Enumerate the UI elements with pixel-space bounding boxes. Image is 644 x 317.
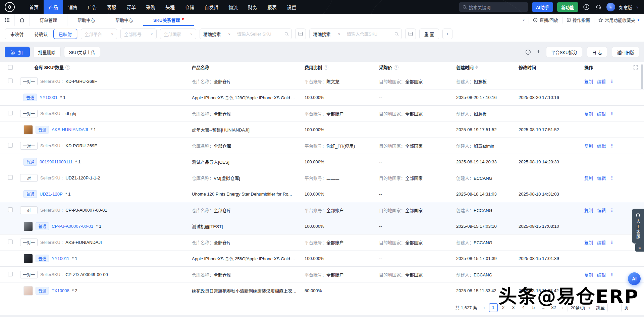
global-search-input[interactable]: 搜索关键词 <box>459 2 528 12</box>
tab-help-center-1[interactable]: 帮助中心 <box>67 14 105 26</box>
user-menu-chevron-icon[interactable]: ∨ <box>636 5 639 9</box>
menu-logistics[interactable]: 物流 <box>223 0 243 14</box>
tab-order-management[interactable]: 订单管理 <box>30 14 67 26</box>
seller-sku-batch-input-button[interactable] <box>295 29 306 39</box>
sku-relation-upload-button[interactable]: SKU关系上传 <box>64 47 101 57</box>
select-all-checkbox[interactable] <box>8 65 13 70</box>
product-thumb[interactable] <box>23 254 33 263</box>
menu-sales[interactable]: 销售 <box>63 0 83 14</box>
product-thumb[interactable] <box>23 222 33 231</box>
collapse-panel-button[interactable]: » <box>635 244 644 252</box>
add-filter-button[interactable]: + <box>442 29 452 39</box>
row-checkbox[interactable] <box>8 78 13 83</box>
warehouse-sku-link[interactable]: 00199011000111 <box>40 159 72 164</box>
warehouse-sku-link[interactable]: TX10008 <box>52 288 69 293</box>
table-row-parent[interactable]: 一对一 SellerSKU : KD-PGRU-269F 仓库名称：全部仓库 平… <box>0 73 644 89</box>
country-select[interactable]: 全部国家∨ <box>160 29 196 39</box>
warehouse-sku-link[interactable]: UDZ1-120P <box>40 192 63 197</box>
menu-finance[interactable]: 财务 <box>243 0 262 14</box>
row-checkbox[interactable] <box>8 175 13 180</box>
page-button-4[interactable]: 4 <box>519 303 528 312</box>
edit-link[interactable]: 编辑 <box>597 110 606 117</box>
page-button-3[interactable]: 3 <box>509 303 518 312</box>
menu-selfship[interactable]: 自发货 <box>199 0 223 14</box>
warehouse-sku-link[interactable]: YY10011 <box>52 256 69 261</box>
copy-link[interactable]: 复制 <box>584 110 593 117</box>
copy-link[interactable]: 复制 <box>584 78 593 85</box>
warehouse-sku-link[interactable]: AKS-HUNIANDAJI <box>52 127 88 132</box>
warehouse-sku-search-mode-select[interactable]: 精确搜索∨ <box>310 29 344 39</box>
platform-select[interactable]: 全部平台∨ <box>81 29 117 39</box>
export-download-icon[interactable] <box>536 49 541 55</box>
edit-link[interactable]: 编辑 <box>597 207 606 213</box>
row-checkbox[interactable] <box>8 272 13 276</box>
sort-icon[interactable] <box>475 65 478 69</box>
table-row-child[interactable]: 普通 YY10001 * 1 Apple iPhoneXS 金色 128G[Ap… <box>0 89 644 105</box>
batch-delete-button[interactable]: 批量删除 <box>33 47 61 57</box>
user-avatar[interactable]: E <box>606 3 615 11</box>
seller-sku-input[interactable] <box>234 32 284 37</box>
favorites-link[interactable]: 常用功能收藏夹 ▼ <box>594 17 644 23</box>
table-row-parent[interactable]: 一对一 SellerSKU : df ghj 仓库名称：全部仓库 平台账号：全部… <box>0 105 644 121</box>
menu-purchase[interactable]: 采购 <box>141 0 160 14</box>
account-select[interactable]: 全部账号∨ <box>120 29 157 39</box>
table-row-child[interactable]: 普通 YY10011 * 1 Apple iPhoneXS 金色 256G[Ap… <box>0 250 644 266</box>
ai-float-button[interactable]: AI <box>628 272 641 285</box>
vertical-scrollbar[interactable] <box>641 64 643 89</box>
info-circle-icon[interactable] <box>525 49 531 55</box>
copy-link[interactable]: 复制 <box>584 143 593 149</box>
menu-service[interactable]: 客服 <box>102 0 121 14</box>
product-thumb[interactable] <box>23 125 33 135</box>
help-icon[interactable]: ? <box>324 65 328 70</box>
tab-help-center-2[interactable]: 帮助中心 <box>105 14 143 26</box>
table-row-child[interactable]: 普通 CP-PJ-A00007-00-01 * 1 测试机器[TEST] 100… <box>0 218 644 234</box>
ai-assistant-button[interactable]: AI助手 <box>532 2 553 12</box>
more-actions-icon[interactable]: ⋮ <box>610 240 614 245</box>
more-actions-icon[interactable]: ⋮ <box>610 143 614 148</box>
page-button-82[interactable]: 82 <box>549 303 558 312</box>
warehouse-sku-link[interactable]: YY10001 <box>40 95 58 100</box>
row-checkbox[interactable] <box>8 111 13 115</box>
menu-settings[interactable]: 设置 <box>282 0 301 14</box>
segment-mapped[interactable]: 已映射 <box>53 29 77 39</box>
more-actions-icon[interactable]: ⋮ <box>610 272 614 277</box>
table-row-child[interactable]: 普通 TX10008 * 2 绣花改良日常旗袍春秋小清新刺绣唐装汉服棉麻上衣阔腿… <box>0 282 644 299</box>
add-button[interactable]: 添 加 <box>5 47 30 57</box>
tab-sku-relation[interactable]: SKU关系管理 <box>143 14 194 26</box>
app-logo-icon[interactable] <box>5 2 15 12</box>
menu-orders[interactable]: 订单 <box>121 0 141 14</box>
copy-link[interactable]: 复制 <box>584 271 593 278</box>
fullscreen-icon[interactable] <box>633 65 638 70</box>
page-button-2[interactable]: 2 <box>499 303 508 312</box>
edit-link[interactable]: 编辑 <box>597 143 606 149</box>
copy-link[interactable]: 复制 <box>584 239 593 246</box>
help-icon[interactable]: ? <box>394 65 398 70</box>
more-actions-icon[interactable]: ⋮ <box>610 208 614 213</box>
menu-warehouse[interactable]: 仓储 <box>180 0 199 14</box>
edit-link[interactable]: 编辑 <box>597 78 606 85</box>
download-circle-icon[interactable] <box>582 3 590 11</box>
home-icon[interactable] <box>15 14 30 26</box>
help-icon[interactable]: ? <box>65 65 70 70</box>
menu-ads[interactable]: 广告 <box>83 0 102 14</box>
warehouse-sku-batch-input-button[interactable] <box>405 29 416 39</box>
operation-guide-link[interactable]: 操作指南 <box>562 17 594 23</box>
jump-page-input[interactable] <box>607 303 622 312</box>
user-name[interactable]: 如意版 <box>619 4 632 10</box>
row-checkbox[interactable] <box>8 207 13 212</box>
prev-page-icon[interactable]: ‹ <box>482 305 486 310</box>
table-row-child[interactable]: 普通 UDZ1-120P * 1 Uhome 120 Pints Energy … <box>0 186 644 202</box>
apps-grid-icon[interactable] <box>0 14 15 26</box>
table-row-parent[interactable]: 一对一 SellerSKU : AKS-HUNIANDAJI 仓库名称：全部仓库… <box>0 234 644 250</box>
table-row-parent[interactable]: 一对一 SellerSKU : KD-PGRU-269F 仓库名称：全部仓库 平… <box>0 138 644 154</box>
table-row-child[interactable]: 普通 AKS-HUNIANDAJI * 1 虎年大吉--预售[HUNIANDAJ… <box>0 121 644 138</box>
table-row-child[interactable]: 普通 00199011000111 * 1 测试产品导入[CES] 100.00… <box>0 154 644 170</box>
table-row-parent[interactable]: 一对一 SellerSKU : UDZ1-120P-1-1-2 仓库名称：VM[… <box>0 170 644 186</box>
log-button[interactable]: 日 志 <box>587 47 607 57</box>
reset-button[interactable]: 重 置 <box>419 29 439 39</box>
menu-firstleg[interactable]: 头程 <box>160 0 180 14</box>
edit-link[interactable]: 编辑 <box>597 175 606 181</box>
menu-home[interactable]: 首页 <box>24 0 44 14</box>
product-thumb[interactable] <box>23 286 33 296</box>
copy-link[interactable]: 复制 <box>584 175 593 181</box>
